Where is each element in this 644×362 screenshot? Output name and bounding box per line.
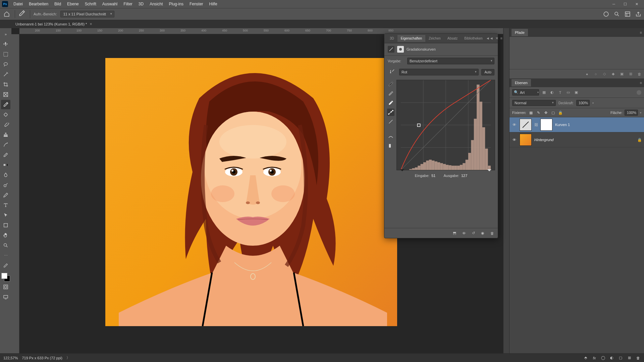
- tab-absatz[interactable]: Absatz: [444, 35, 461, 42]
- sample-black-tool[interactable]: [387, 80, 394, 88]
- fill-input[interactable]: 100%: [625, 110, 638, 116]
- layer-row[interactable]: 👁 Hintergrund 🔒: [509, 132, 644, 147]
- edit-toolbar-icon[interactable]: [1, 261, 10, 270]
- visibility-toggle[interactable]: 👁: [512, 137, 517, 142]
- tab-pfade[interactable]: Pfade: [512, 29, 528, 36]
- menu-ebene[interactable]: Ebene: [64, 0, 82, 8]
- tab-bibliotheken[interactable]: Bibliotheken: [461, 35, 486, 42]
- panel-menu-icon[interactable]: ≡: [640, 31, 642, 35]
- shape-tool[interactable]: [1, 221, 10, 230]
- tab-3d[interactable]: 3D: [386, 35, 397, 42]
- output-value[interactable]: 127: [461, 174, 467, 178]
- hand-tool[interactable]: [1, 231, 10, 240]
- bw-point-tool[interactable]: [387, 142, 394, 149]
- layer-mask-thumbnail[interactable]: [540, 119, 552, 131]
- menu-bearbeiten[interactable]: Bearbeiten: [26, 0, 51, 8]
- sb-delete-icon[interactable]: 🗑: [635, 355, 641, 361]
- visibility-toggle[interactable]: 👁: [512, 122, 517, 127]
- lock-transparent-icon[interactable]: ▦: [528, 110, 534, 115]
- healing-tool[interactable]: [1, 110, 10, 119]
- filter-pixel-icon[interactable]: ▦: [541, 89, 547, 96]
- tab-eigenschaften[interactable]: Eigenschaften: [397, 35, 425, 42]
- toggle-visibility-icon[interactable]: 👁: [461, 230, 467, 236]
- reset-icon[interactable]: ↺: [470, 230, 476, 236]
- crop-tool[interactable]: [1, 80, 10, 89]
- shape-path-icon[interactable]: ◆: [610, 71, 616, 77]
- close-tab-icon[interactable]: ×: [90, 22, 92, 26]
- sample-size-dropdown[interactable]: 11 x 11 Pixel Durchschnitt: [60, 11, 114, 17]
- clip-to-layer-icon[interactable]: ⬒: [451, 230, 458, 236]
- quickmask-tool[interactable]: [1, 282, 10, 292]
- menu-3d[interactable]: 3D: [136, 0, 146, 8]
- search-icon[interactable]: [613, 10, 621, 18]
- lock-pixels-icon[interactable]: ✎: [536, 110, 541, 115]
- smooth-curve-tool[interactable]: [387, 133, 394, 140]
- share-icon[interactable]: [635, 10, 642, 18]
- draw-curve-tool[interactable]: [387, 118, 394, 125]
- menu-filter[interactable]: Filter: [121, 0, 135, 8]
- move-tool[interactable]: [1, 40, 10, 49]
- sb-mask-icon[interactable]: ◯: [600, 355, 606, 361]
- layer-filter-input[interactable]: [520, 90, 536, 95]
- dodge-tool[interactable]: [1, 180, 10, 190]
- zoom-tool[interactable]: [1, 241, 10, 250]
- sb-fx-icon[interactable]: fx: [592, 355, 597, 361]
- layer-name[interactable]: Kurven 1: [555, 123, 570, 127]
- preview-icon[interactable]: ◉: [480, 230, 486, 236]
- stroke-path-icon[interactable]: ○: [593, 71, 598, 77]
- vertical-ruler[interactable]: [11, 34, 19, 353]
- wand-tool[interactable]: [1, 70, 10, 79]
- fill-path-icon[interactable]: ●: [584, 71, 590, 77]
- path-select-tool[interactable]: [1, 210, 10, 220]
- collapse-panel-icon[interactable]: ◄◄: [486, 36, 493, 41]
- window-maximize-button[interactable]: ☐: [620, 1, 631, 7]
- workspace-icon[interactable]: [624, 10, 631, 18]
- frame-tool[interactable]: [1, 90, 10, 99]
- layer-thumbnail[interactable]: [520, 119, 532, 131]
- input-value[interactable]: 51: [431, 174, 435, 178]
- tab-zeichen[interactable]: Zeichen: [425, 35, 444, 42]
- menu-schrift[interactable]: Schrift: [82, 0, 99, 8]
- menu-plugins[interactable]: Plug-ins: [166, 0, 186, 8]
- tab-ebenen[interactable]: Ebenen: [512, 79, 531, 86]
- panel-collapse-strip[interactable]: [503, 28, 509, 353]
- sb-adjustment-icon[interactable]: ◐: [609, 355, 614, 361]
- screenmode-tool[interactable]: [1, 292, 10, 302]
- mask-path-icon[interactable]: ▣: [619, 71, 625, 77]
- filter-adjustment-icon[interactable]: ◐: [549, 89, 555, 96]
- color-swatches[interactable]: [1, 273, 10, 282]
- sb-link-icon[interactable]: ⬘: [583, 355, 588, 361]
- menu-ansicht[interactable]: Ansicht: [147, 0, 165, 8]
- close-panel-icon[interactable]: ✕: [495, 36, 498, 41]
- layer-name[interactable]: Hintergrund: [534, 138, 553, 142]
- blend-mode-dropdown[interactable]: Normal: [512, 100, 556, 106]
- channel-dropdown[interactable]: Rot: [399, 69, 479, 75]
- layer-filter-dropdown[interactable]: 🔍 ▾: [512, 89, 539, 96]
- preset-dropdown[interactable]: Benutzerdefiniert: [407, 58, 494, 64]
- panel-menu-icon[interactable]: ≡: [500, 36, 502, 41]
- layer-row[interactable]: 👁 ⛓ Kurven 1: [509, 117, 644, 132]
- eyedropper-tool[interactable]: [1, 100, 10, 109]
- lasso-tool[interactable]: [1, 60, 10, 69]
- collapse-tool-icon[interactable]: »: [1, 29, 10, 39]
- eraser-tool[interactable]: [1, 150, 10, 160]
- menu-hilfe[interactable]: Hilfe: [207, 0, 220, 8]
- zoom-level[interactable]: 122,57%: [3, 356, 18, 360]
- stamp-tool[interactable]: [1, 130, 10, 139]
- opacity-input[interactable]: 100%: [576, 100, 590, 106]
- filter-type-icon[interactable]: T: [557, 89, 563, 96]
- filter-smart-icon[interactable]: ▣: [573, 89, 579, 96]
- document-tab[interactable]: Unbenannt-1 bei 123% (Kurven 1, RGB/8) *…: [11, 20, 96, 28]
- type-tool[interactable]: [1, 200, 10, 210]
- menu-fenster[interactable]: Fenster: [187, 0, 206, 8]
- brush-tool[interactable]: [1, 120, 10, 129]
- edit-points-tool[interactable]: [387, 109, 394, 116]
- filter-shape-icon[interactable]: ▭: [565, 89, 571, 96]
- sb-new-icon[interactable]: ⊞: [627, 355, 632, 361]
- menu-bild[interactable]: Bild: [52, 0, 64, 8]
- sample-white-tool[interactable]: [387, 99, 394, 107]
- panel-menu-icon[interactable]: ≡: [640, 81, 642, 85]
- lock-all-icon[interactable]: 🔒: [558, 110, 563, 115]
- lock-artboard-icon[interactable]: ▢: [550, 110, 556, 115]
- delete-adjustment-icon[interactable]: 🗑: [489, 230, 495, 236]
